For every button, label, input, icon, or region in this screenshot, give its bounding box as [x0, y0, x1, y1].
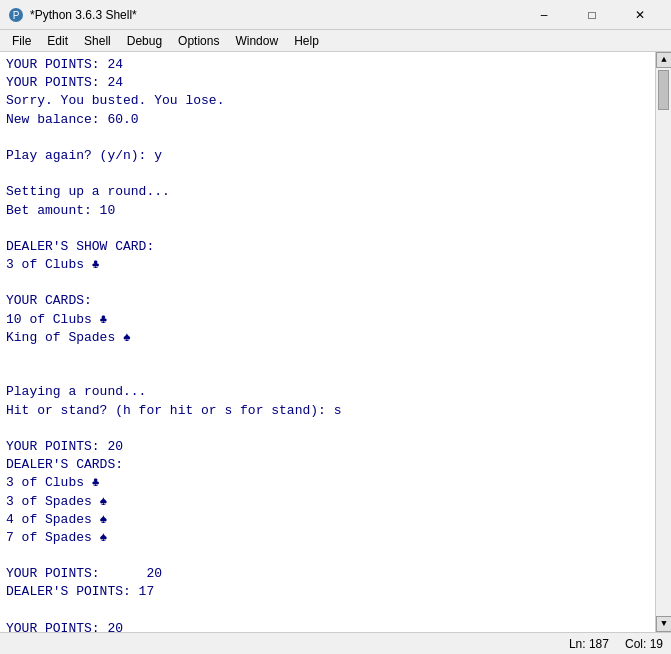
scrollbar-track[interactable] — [656, 68, 671, 616]
minimize-button[interactable]: – — [521, 3, 567, 27]
scroll-up-button[interactable]: ▲ — [656, 52, 671, 68]
window-controls: – □ ✕ — [521, 3, 663, 27]
svg-text:P: P — [13, 10, 20, 21]
python-icon: P — [8, 7, 24, 23]
title-bar: P *Python 3.6.3 Shell* – □ ✕ — [0, 0, 671, 30]
window-title: *Python 3.6.3 Shell* — [30, 8, 521, 22]
menu-file[interactable]: File — [4, 30, 39, 51]
scrollbar[interactable]: ▲ ▼ — [655, 52, 671, 632]
line-number: Ln: 187 — [569, 637, 609, 651]
close-button[interactable]: ✕ — [617, 3, 663, 27]
col-number: Col: 19 — [625, 637, 663, 651]
maximize-button[interactable]: □ — [569, 3, 615, 27]
menu-bar: File Edit Shell Debug Options Window Hel… — [0, 30, 671, 52]
shell-output[interactable]: YOUR POINTS: 24 YOUR POINTS: 24 Sorry. Y… — [0, 52, 655, 632]
menu-options[interactable]: Options — [170, 30, 227, 51]
menu-shell[interactable]: Shell — [76, 30, 119, 51]
menu-window[interactable]: Window — [227, 30, 286, 51]
menu-edit[interactable]: Edit — [39, 30, 76, 51]
menu-help[interactable]: Help — [286, 30, 327, 51]
menu-debug[interactable]: Debug — [119, 30, 170, 51]
scrollbar-thumb[interactable] — [658, 70, 669, 110]
shell-container: YOUR POINTS: 24 YOUR POINTS: 24 Sorry. Y… — [0, 52, 671, 632]
scroll-down-button[interactable]: ▼ — [656, 616, 671, 632]
status-bar: Ln: 187 Col: 19 — [0, 632, 671, 654]
